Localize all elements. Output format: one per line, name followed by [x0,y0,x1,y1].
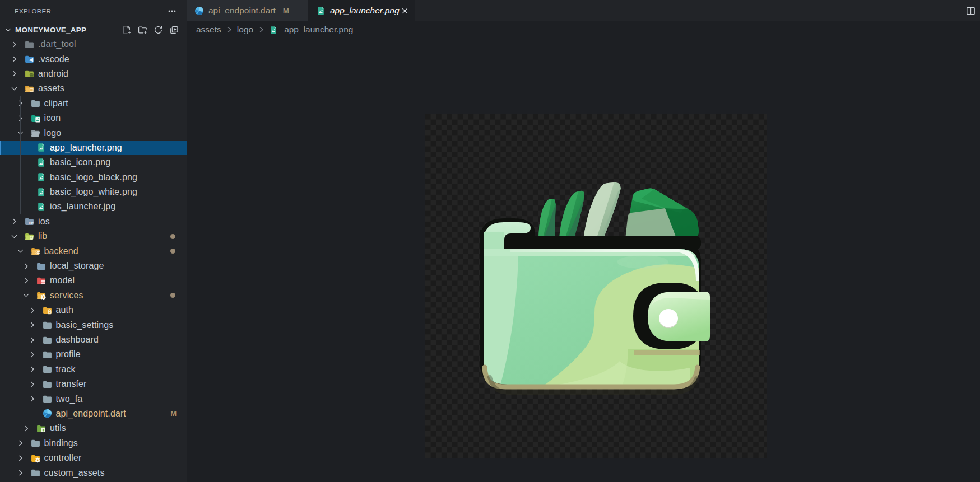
svg-text:iOS: iOS [29,221,34,225]
tree-folder-model[interactable]: model [0,273,187,288]
tree-folder-assets[interactable]: assets [0,81,187,96]
indent [0,472,16,473]
image-preview[interactable] [425,114,767,458]
tree-folder-auth[interactable]: auth [0,303,187,317]
tree-folder-clipart[interactable]: clipart [0,96,187,111]
tree-folder-profile[interactable]: profile [0,347,187,362]
file-dart-icon [43,409,52,418]
chevron-right-icon[interactable] [10,217,19,226]
tree-file-api-endpoint-dart[interactable]: api_endpoint.dartM [0,406,187,421]
chevron-right-icon[interactable] [27,335,37,345]
new-file-icon[interactable] [122,25,132,35]
indent [0,192,21,193]
chevron-down-icon[interactable] [16,246,25,256]
tree-folder-transfer[interactable]: transfer [0,377,187,391]
breadcrumb-item-logo[interactable]: logo [237,25,253,35]
tree-folder--vscode[interactable]: .vscode [0,52,187,66]
folder-services-open-icon [36,291,46,300]
tree-folder-logo[interactable]: logo [0,125,187,140]
vscode-window: EXPLORER MONEYMOVE_APP [0,0,980,482]
chevron-right-icon[interactable] [21,424,31,433]
chevron-right-icon[interactable] [10,40,19,49]
indent [0,251,16,251]
tree-folder-ios[interactable]: iOSios [0,214,187,229]
new-folder-icon[interactable] [138,25,147,35]
explorer-title: EXPLORER [15,8,51,15]
folder-icon [31,468,40,478]
chevron-right-icon[interactable] [27,320,37,330]
chevron-right-icon[interactable] [27,306,37,315]
tree-folder-lib[interactable]: lib [0,229,187,244]
chevron-right-icon[interactable] [10,69,19,78]
tree-folder-backend[interactable]: backend [0,244,187,258]
chevron-down-icon[interactable] [10,84,19,93]
chevron-right-icon[interactable] [27,364,37,374]
folder-icon [31,99,40,108]
project-root-row[interactable]: MONEYMOVE_APP [0,22,187,37]
chevron-down-icon[interactable] [16,128,25,138]
file-image-icon [36,143,46,152]
chevron-down-icon[interactable] [21,291,31,300]
tree-folder--dart-tool[interactable]: .dart_tool [0,37,187,52]
chevron-right-icon[interactable] [16,438,25,448]
collapse-folders-icon[interactable] [169,25,179,35]
chevron-right-icon[interactable] [27,394,37,404]
indent [0,443,16,443]
chevron-right-icon[interactable] [27,350,37,359]
tab-api-endpoint[interactable]: api_endpoint.dart M [187,0,308,21]
chevron-right-icon[interactable] [21,276,31,286]
tree-folder-utils[interactable]: utils [0,421,187,436]
breadcrumb-item-app-launcher-png[interactable]: app_launcher.png [284,25,353,35]
tree-file-basic-logo-black-png[interactable]: basic_logo_black.png [0,170,187,185]
tree-folder-custom-assets[interactable]: custom_assets [0,465,187,480]
modified-dot-badge [170,293,175,298]
indent [0,369,27,369]
tab-modified-badge: M [283,7,289,15]
chevron-right-icon[interactable] [16,453,25,463]
tree-folder-dashboard[interactable]: dashboard [0,333,187,347]
chevron-right-icon[interactable] [16,468,25,478]
tree-item-label: local_storage [50,261,104,271]
breadcrumb-item-assets[interactable]: assets [196,25,221,35]
tree-folder-local-storage[interactable]: local_storage [0,259,187,273]
tree-item-label: logo [44,128,62,138]
chevron-right-icon[interactable] [16,114,25,123]
tree-file-basic-icon-png[interactable]: basic_icon.png [0,155,187,170]
tree-item-label: model [50,275,75,286]
folder-images-icon [31,114,40,123]
tree-item-label: two_fa [56,394,83,404]
tree-folder-track[interactable]: track [0,362,187,377]
tree-item-label: utils [50,423,66,433]
tree-folder-android[interactable]: android [0,67,187,81]
tree-folder-services[interactable]: services [0,288,187,303]
tree-folder-icon[interactable]: icon [0,111,187,125]
split-editor-icon[interactable] [966,6,976,16]
tree-item-label: assets [38,83,64,93]
indent [0,325,27,325]
indent [0,207,21,207]
chevron-right-icon[interactable] [27,380,37,389]
indent [0,413,27,414]
tree-file-ios-launcher-jpg[interactable]: ios_launcher.jpg [0,199,187,214]
close-tab-icon[interactable] [400,6,410,16]
chevron-right-icon[interactable] [21,261,31,271]
tree-folder-bindings[interactable]: bindings [0,436,187,451]
chevron-right-icon[interactable] [10,54,19,64]
file-tree: .dart_tool.vscodeandroidassetsclipartico… [0,37,187,480]
tree-folder-basic-settings[interactable]: basic_settings [0,317,187,332]
tree-file-basic-logo-white-png[interactable]: basic_logo_white.png [0,185,187,199]
refresh-icon[interactable] [154,25,163,35]
explorer-header: EXPLORER [0,0,187,22]
folder-icon [43,364,52,374]
indent [0,177,21,177]
tree-item-label: transfer [56,379,87,389]
tree-folder-two-fa[interactable]: two_fa [0,391,187,406]
tab-app-launcher[interactable]: app_launcher.png [308,0,415,21]
chevron-right-icon[interactable] [16,99,25,108]
chevron-down-icon[interactable] [10,232,19,241]
tree-file-app-launcher-png[interactable]: app_launcher.png [0,141,187,155]
tree-item-label: icon [44,113,61,123]
more-actions-icon[interactable] [168,7,177,16]
folder-dim-icon [25,40,34,49]
tree-folder-controller[interactable]: controller [0,451,187,465]
